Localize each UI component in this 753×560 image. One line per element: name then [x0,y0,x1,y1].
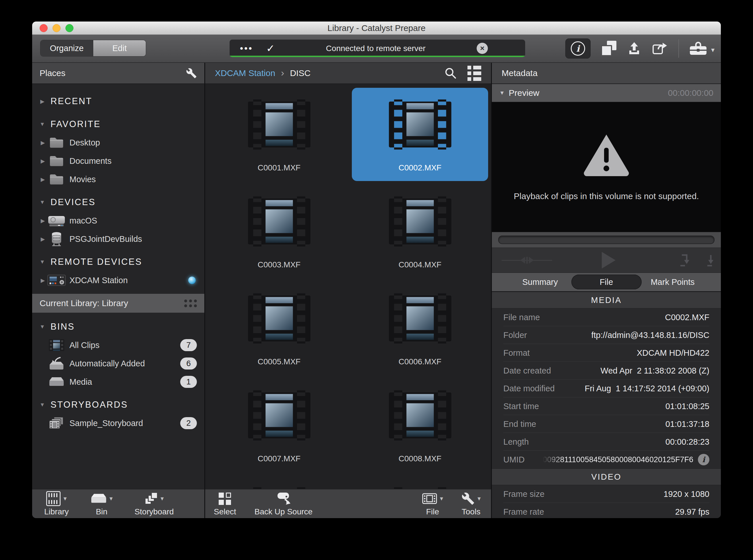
select-button[interactable]: Select [214,491,236,516]
sidebar-section-favorite[interactable]: ▼ FAVORITE [32,115,204,134]
filmstrip-thumbnail-icon [384,293,456,344]
clip-tile-selected[interactable]: C0002.MXF [352,88,488,181]
mark-in-icon[interactable] [679,254,689,267]
count-badge: 6 [180,358,197,369]
chevron-right-icon[interactable]: ▶ [38,218,47,224]
status-message: Connected to remote server [275,44,477,53]
clip-tile[interactable]: C0006.MXF [352,282,488,375]
status-progress-line [230,56,525,57]
content-area: Places ▶ RECENT ▼ FAVORITE ▶ [32,63,721,518]
sidebar-section-storyboards[interactable]: ▼ STORYBOARDS [32,396,204,414]
network-drive-icon [47,232,66,246]
scrub-track[interactable] [498,236,715,244]
close-window-button[interactable] [40,24,48,32]
upload-icon[interactable] [627,41,642,56]
chevron-right-icon[interactable]: ▶ [38,98,47,105]
chevron-down-icon[interactable]: ▼ [38,121,47,127]
chevron-right-icon[interactable]: ▶ [38,277,47,284]
mark-out-icon[interactable] [703,254,713,267]
library-button[interactable]: ▾ Library [44,491,69,516]
bin-dropdown-caret[interactable]: ▾ [110,495,113,502]
chevron-down-icon[interactable]: ▼ [499,90,505,96]
library-dropdown-caret[interactable]: ▾ [63,495,66,502]
play-button[interactable] [602,252,616,268]
zoom-window-button[interactable] [65,24,74,32]
chevron-right-icon[interactable]: ▶ [38,236,47,242]
view-toggle-icon[interactable] [468,66,481,81]
filmstrip-thumbnail-icon [384,487,456,489]
clip-grid: C0001.MXF C0002.MXF C0003.MXF C0004.MXF [205,84,491,489]
window-title: Library - Catalyst Prepare [328,23,425,33]
file-dropdown-caret[interactable]: ▾ [440,495,443,502]
current-library-bar[interactable]: Current Library: Library [32,294,204,313]
tools-dropdown-caret[interactable]: ▾ [477,495,481,502]
sidebar-item-sample-storyboard[interactable]: Sample_Storyboard 2 [32,414,204,432]
chevron-down-icon[interactable]: ▼ [38,402,47,408]
storyboard-button[interactable]: ▾ Storyboard [135,491,174,516]
status-check-icon: ✓ [266,42,275,55]
toolbox-icon[interactable] [689,41,707,56]
status-bar[interactable]: ••• ✓ Connected to remote server × [230,40,525,57]
minimize-window-button[interactable] [53,24,61,32]
file-button[interactable]: ▾ File [422,491,443,516]
sidebar-item-psgjointdevbuilds[interactable]: ▶ PSGJointDevBuilds [32,230,204,248]
chevron-down-icon[interactable]: ▼ [38,199,47,205]
sidebar-item-xdcam-station[interactable]: ▶ XDCAM Station [32,271,204,289]
places-header: Places [32,63,204,84]
sidebar-item-macos[interactable]: ▶ macOS [32,212,204,230]
sidebar-section-remote-devices[interactable]: ▼ REMOTE DEVICES [32,253,204,271]
status-dismiss-button[interactable]: × [477,43,488,54]
sidebar-item-desktop[interactable]: ▶ Desktop [32,134,204,152]
sidebar-section-recent[interactable]: ▶ RECENT [32,92,204,111]
sidebar-item-automatically-added[interactable]: Automatically Added 6 [32,354,204,373]
tab-mark-points[interactable]: Mark Points [643,275,702,289]
breadcrumb-parent-link[interactable]: XDCAM Station [215,68,275,78]
search-icon[interactable] [444,66,457,80]
copy-icon[interactable] [601,41,616,56]
shuttle-control[interactable] [502,255,552,265]
chevron-right-icon[interactable]: ▶ [38,176,47,183]
tab-file[interactable]: File [571,275,642,289]
sidebar-item-movies[interactable]: ▶ Movies [32,170,204,188]
tab-summary[interactable]: Summary [511,275,570,289]
organize-mode-button[interactable]: Organize [40,40,93,56]
clip-tile-partial[interactable] [352,476,488,489]
info-button[interactable]: i [565,38,591,59]
bin-tray-icon [91,493,107,504]
clip-tile[interactable]: C0003.MXF [211,185,347,278]
shuttle-left-icon [520,257,525,264]
library-grid-icon[interactable] [184,300,197,307]
chevron-down-icon[interactable]: ▼ [38,259,47,265]
umid-info-icon[interactable]: i [698,454,709,465]
back-up-source-button[interactable]: Back Up Source [255,491,313,516]
tools-button[interactable]: ▾ Tools [461,491,481,516]
toolbox-dropdown-caret[interactable]: ▾ [711,46,715,54]
clip-tile[interactable]: C0007.MXF [211,379,347,472]
bin-button[interactable]: ▾ Bin [91,491,113,516]
share-icon[interactable] [652,41,668,56]
edit-mode-button[interactable]: Edit [93,40,146,56]
select-grid-icon [219,493,231,505]
status-more-icon[interactable]: ••• [240,43,253,54]
clip-tile-partial[interactable] [211,476,347,489]
clip-tile[interactable]: C0004.MXF [352,185,488,278]
clip-tile[interactable]: C0005.MXF [211,282,347,375]
file-filmstrip-icon [422,493,437,504]
preview-section-header[interactable]: ▼ Preview 00:00:00:00 [492,84,721,102]
title-bar: Library - Catalyst Prepare [32,21,721,35]
storyboard-dropdown-caret[interactable]: ▾ [161,495,164,502]
places-settings-wrench-icon[interactable] [186,68,197,79]
count-badge: 2 [180,417,197,429]
chevron-down-icon[interactable]: ▼ [38,324,47,330]
chevron-right-icon[interactable]: ▶ [38,158,47,164]
sidebar-item-documents[interactable]: ▶ Documents [32,152,204,170]
sidebar-section-devices[interactable]: ▼ DEVICES [32,193,204,212]
sidebar-section-bins[interactable]: ▼ BINS [32,318,204,336]
metadata-row-folder: Folderftp://admin@43.148.81.16/DISC [492,326,721,344]
clip-tile[interactable]: C0008.MXF [352,379,488,472]
sidebar-item-media[interactable]: Media 1 [32,373,204,391]
clip-tile[interactable]: C0001.MXF [211,88,347,181]
sidebar-item-all-clips[interactable]: All Clips 7 [32,336,204,354]
preview-timecode: 00:00:00:00 [668,88,713,98]
chevron-right-icon[interactable]: ▶ [38,139,47,146]
